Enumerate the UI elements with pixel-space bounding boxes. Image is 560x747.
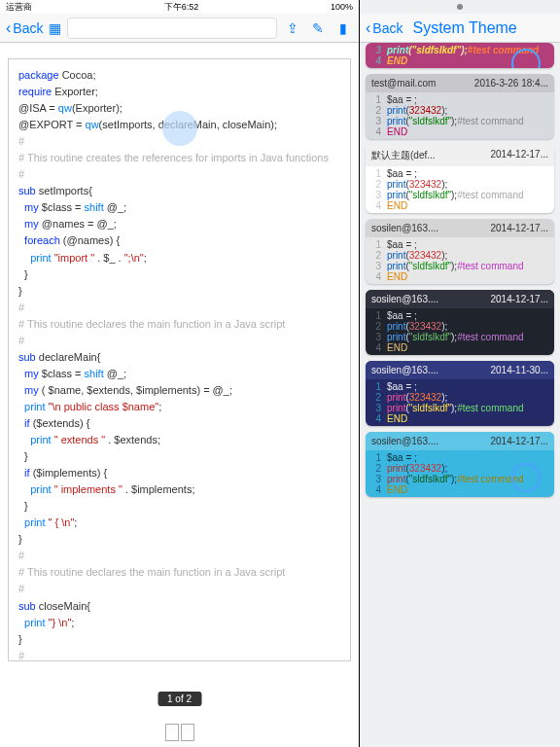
- card-date: 2014-11-30...: [491, 365, 549, 375]
- theme-card[interactable]: test@mail.com 2016-3-26 18:4... 1$aa = ;…: [366, 74, 554, 139]
- chevron-left-icon: ‹: [6, 19, 11, 37]
- left-pane: 运营商 下午6:52 100% ‹ Back ▦ ⇪ ✎ ▮ package C…: [0, 0, 360, 747]
- theme-card[interactable]: sosilen@163.... 2014-12-17... 1$aa = ;2p…: [366, 290, 554, 355]
- status-time: 下午6:52: [164, 1, 199, 14]
- back-label-right: Back: [372, 20, 402, 36]
- back-button-left[interactable]: ‹ Back: [6, 19, 43, 37]
- theme-card[interactable]: sosilen@163.... 2014-12-17... 1$aa = ;2p…: [366, 432, 554, 497]
- speaker-icon: [457, 4, 463, 10]
- bookmark-icon[interactable]: ▮: [333, 20, 353, 36]
- theme-card[interactable]: 默认主题(def... 2014-12-17... 1$aa = ;2print…: [366, 145, 554, 213]
- status-battery: 100%: [331, 2, 353, 12]
- card-user: sosilen@163....: [371, 223, 438, 233]
- page-title: System Theme: [412, 19, 516, 37]
- back-label: Back: [13, 20, 43, 36]
- status-bar-left: 运营商 下午6:52 100%: [0, 0, 359, 14]
- target-icon: [511, 463, 541, 492]
- card-user: 默认主题(def...: [371, 149, 436, 162]
- code-area: package Cocoa;require Exporter;@ISA = qw…: [0, 43, 359, 747]
- edit-icon[interactable]: ✎: [308, 20, 328, 36]
- navbar-left: ‹ Back ▦ ⇪ ✎ ▮: [0, 14, 359, 43]
- theme-list[interactable]: 3print("sldfslkdf");#test command4END te…: [360, 43, 560, 747]
- chevron-left-icon: ‹: [366, 19, 370, 37]
- status-carrier: 运营商: [6, 1, 32, 14]
- float-button[interactable]: [162, 111, 197, 146]
- page-badge: 1 of 2: [158, 692, 201, 706]
- right-pane: ‹ Back System Theme 3print("sldfslkdf");…: [360, 0, 560, 747]
- status-bar-right: [360, 0, 560, 14]
- theme-card[interactable]: sosilen@163.... 2014-11-30... 1$aa = ;2p…: [366, 361, 554, 426]
- navbar-right: ‹ Back System Theme: [360, 14, 560, 43]
- card-date: 2014-12-17...: [491, 294, 549, 304]
- card-date: 2016-3-26 18:4...: [474, 78, 548, 89]
- card-date: 2014-12-17...: [491, 436, 549, 446]
- card-date: 2014-12-17...: [491, 149, 549, 162]
- card-user: test@mail.com: [371, 78, 436, 89]
- card-user: sosilen@163....: [371, 365, 438, 375]
- back-button-right[interactable]: ‹ Back: [366, 19, 402, 37]
- theme-card[interactable]: sosilen@163.... 2014-12-17... 1$aa = ;2p…: [366, 219, 554, 284]
- grid-icon[interactable]: ▦: [49, 20, 61, 36]
- card-user: sosilen@163....: [371, 294, 438, 304]
- theme-card[interactable]: 3print("sldfslkdf");#test command4END: [366, 43, 554, 68]
- share-icon[interactable]: ⇪: [283, 20, 302, 36]
- url-field[interactable]: [67, 18, 277, 39]
- code-sheet[interactable]: package Cocoa;require Exporter;@ISA = qw…: [8, 58, 351, 661]
- page-thumbnails[interactable]: [165, 724, 194, 741]
- card-user: sosilen@163....: [371, 436, 438, 446]
- card-date: 2014-12-17...: [491, 223, 549, 233]
